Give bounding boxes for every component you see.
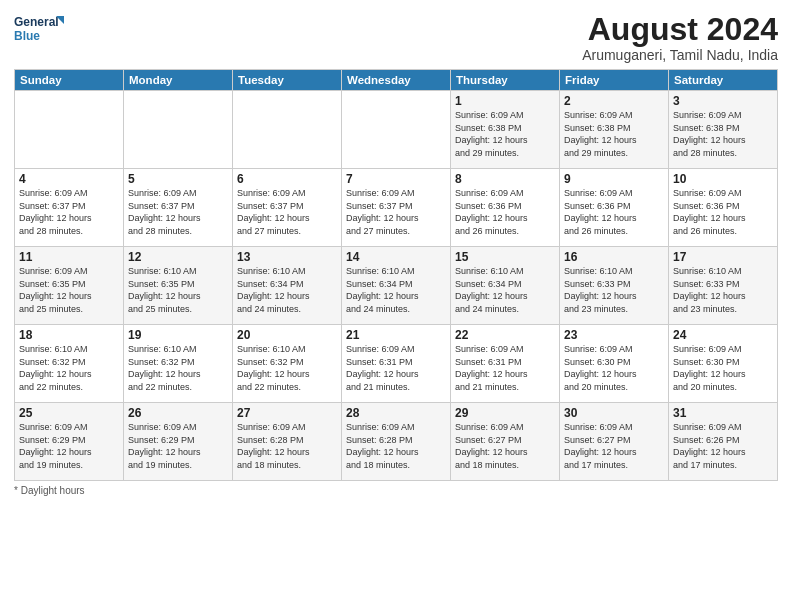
calendar-cell: 9Sunrise: 6:09 AM Sunset: 6:36 PM Daylig…: [560, 169, 669, 247]
day-info: Sunrise: 6:09 AM Sunset: 6:28 PM Dayligh…: [237, 421, 337, 471]
day-info: Sunrise: 6:10 AM Sunset: 6:34 PM Dayligh…: [455, 265, 555, 315]
calendar-cell: 11Sunrise: 6:09 AM Sunset: 6:35 PM Dayli…: [15, 247, 124, 325]
calendar-cell: 20Sunrise: 6:10 AM Sunset: 6:32 PM Dayli…: [233, 325, 342, 403]
day-info: Sunrise: 6:09 AM Sunset: 6:38 PM Dayligh…: [673, 109, 773, 159]
day-number: 10: [673, 172, 773, 186]
calendar-cell: 26Sunrise: 6:09 AM Sunset: 6:29 PM Dayli…: [124, 403, 233, 481]
calendar-week-row: 25Sunrise: 6:09 AM Sunset: 6:29 PM Dayli…: [15, 403, 778, 481]
day-number: 26: [128, 406, 228, 420]
day-number: 5: [128, 172, 228, 186]
calendar-cell: 27Sunrise: 6:09 AM Sunset: 6:28 PM Dayli…: [233, 403, 342, 481]
day-number: 17: [673, 250, 773, 264]
calendar-week-row: 11Sunrise: 6:09 AM Sunset: 6:35 PM Dayli…: [15, 247, 778, 325]
title-block: August 2024 Arumuganeri, Tamil Nadu, Ind…: [582, 12, 778, 63]
logo-svg: General Blue: [14, 12, 64, 48]
day-info: Sunrise: 6:10 AM Sunset: 6:32 PM Dayligh…: [19, 343, 119, 393]
calendar-cell: 8Sunrise: 6:09 AM Sunset: 6:36 PM Daylig…: [451, 169, 560, 247]
day-number: 16: [564, 250, 664, 264]
calendar-cell: 23Sunrise: 6:09 AM Sunset: 6:30 PM Dayli…: [560, 325, 669, 403]
day-number: 18: [19, 328, 119, 342]
calendar-cell: 6Sunrise: 6:09 AM Sunset: 6:37 PM Daylig…: [233, 169, 342, 247]
svg-text:General: General: [14, 15, 59, 29]
calendar-cell: 22Sunrise: 6:09 AM Sunset: 6:31 PM Dayli…: [451, 325, 560, 403]
calendar-cell: 31Sunrise: 6:09 AM Sunset: 6:26 PM Dayli…: [669, 403, 778, 481]
day-info: Sunrise: 6:09 AM Sunset: 6:37 PM Dayligh…: [128, 187, 228, 237]
day-info: Sunrise: 6:09 AM Sunset: 6:38 PM Dayligh…: [564, 109, 664, 159]
day-number: 4: [19, 172, 119, 186]
calendar-cell: 5Sunrise: 6:09 AM Sunset: 6:37 PM Daylig…: [124, 169, 233, 247]
col-header-wednesday: Wednesday: [342, 70, 451, 91]
day-number: 6: [237, 172, 337, 186]
calendar-cell: 29Sunrise: 6:09 AM Sunset: 6:27 PM Dayli…: [451, 403, 560, 481]
day-info: Sunrise: 6:09 AM Sunset: 6:28 PM Dayligh…: [346, 421, 446, 471]
day-info: Sunrise: 6:09 AM Sunset: 6:37 PM Dayligh…: [346, 187, 446, 237]
calendar-cell: 1Sunrise: 6:09 AM Sunset: 6:38 PM Daylig…: [451, 91, 560, 169]
day-number: 14: [346, 250, 446, 264]
day-number: 3: [673, 94, 773, 108]
logo: General Blue: [14, 12, 64, 48]
col-header-friday: Friday: [560, 70, 669, 91]
day-info: Sunrise: 6:09 AM Sunset: 6:27 PM Dayligh…: [564, 421, 664, 471]
day-number: 2: [564, 94, 664, 108]
day-number: 15: [455, 250, 555, 264]
day-info: Sunrise: 6:09 AM Sunset: 6:26 PM Dayligh…: [673, 421, 773, 471]
page-container: General Blue August 2024 Arumuganeri, Ta…: [0, 0, 792, 612]
day-info: Sunrise: 6:09 AM Sunset: 6:29 PM Dayligh…: [19, 421, 119, 471]
day-number: 27: [237, 406, 337, 420]
day-info: Sunrise: 6:09 AM Sunset: 6:36 PM Dayligh…: [564, 187, 664, 237]
calendar-cell: 10Sunrise: 6:09 AM Sunset: 6:36 PM Dayli…: [669, 169, 778, 247]
calendar-cell: [233, 91, 342, 169]
day-number: 13: [237, 250, 337, 264]
calendar-cell: 15Sunrise: 6:10 AM Sunset: 6:34 PM Dayli…: [451, 247, 560, 325]
calendar-cell: 19Sunrise: 6:10 AM Sunset: 6:32 PM Dayli…: [124, 325, 233, 403]
day-number: 7: [346, 172, 446, 186]
day-info: Sunrise: 6:09 AM Sunset: 6:31 PM Dayligh…: [455, 343, 555, 393]
day-info: Sunrise: 6:09 AM Sunset: 6:27 PM Dayligh…: [455, 421, 555, 471]
day-info: Sunrise: 6:09 AM Sunset: 6:30 PM Dayligh…: [673, 343, 773, 393]
day-info: Sunrise: 6:09 AM Sunset: 6:35 PM Dayligh…: [19, 265, 119, 315]
calendar-cell: 30Sunrise: 6:09 AM Sunset: 6:27 PM Dayli…: [560, 403, 669, 481]
day-info: Sunrise: 6:09 AM Sunset: 6:29 PM Dayligh…: [128, 421, 228, 471]
day-info: Sunrise: 6:10 AM Sunset: 6:34 PM Dayligh…: [346, 265, 446, 315]
calendar-cell: 14Sunrise: 6:10 AM Sunset: 6:34 PM Dayli…: [342, 247, 451, 325]
day-info: Sunrise: 6:10 AM Sunset: 6:34 PM Dayligh…: [237, 265, 337, 315]
footer-note: * Daylight hours: [14, 485, 778, 496]
calendar-cell: 21Sunrise: 6:09 AM Sunset: 6:31 PM Dayli…: [342, 325, 451, 403]
calendar-cell: 28Sunrise: 6:09 AM Sunset: 6:28 PM Dayli…: [342, 403, 451, 481]
day-number: 31: [673, 406, 773, 420]
calendar-header-row: SundayMondayTuesdayWednesdayThursdayFrid…: [15, 70, 778, 91]
day-number: 25: [19, 406, 119, 420]
day-info: Sunrise: 6:10 AM Sunset: 6:35 PM Dayligh…: [128, 265, 228, 315]
day-number: 24: [673, 328, 773, 342]
calendar-cell: [342, 91, 451, 169]
day-info: Sunrise: 6:10 AM Sunset: 6:32 PM Dayligh…: [237, 343, 337, 393]
day-info: Sunrise: 6:09 AM Sunset: 6:38 PM Dayligh…: [455, 109, 555, 159]
day-number: 28: [346, 406, 446, 420]
col-header-saturday: Saturday: [669, 70, 778, 91]
calendar-cell: 7Sunrise: 6:09 AM Sunset: 6:37 PM Daylig…: [342, 169, 451, 247]
day-number: 1: [455, 94, 555, 108]
calendar-week-row: 1Sunrise: 6:09 AM Sunset: 6:38 PM Daylig…: [15, 91, 778, 169]
calendar-week-row: 4Sunrise: 6:09 AM Sunset: 6:37 PM Daylig…: [15, 169, 778, 247]
day-number: 9: [564, 172, 664, 186]
calendar-cell: [124, 91, 233, 169]
day-info: Sunrise: 6:09 AM Sunset: 6:30 PM Dayligh…: [564, 343, 664, 393]
day-number: 11: [19, 250, 119, 264]
col-header-tuesday: Tuesday: [233, 70, 342, 91]
day-number: 21: [346, 328, 446, 342]
calendar-cell: 17Sunrise: 6:10 AM Sunset: 6:33 PM Dayli…: [669, 247, 778, 325]
day-number: 22: [455, 328, 555, 342]
calendar-cell: 2Sunrise: 6:09 AM Sunset: 6:38 PM Daylig…: [560, 91, 669, 169]
header: General Blue August 2024 Arumuganeri, Ta…: [14, 12, 778, 63]
day-info: Sunrise: 6:09 AM Sunset: 6:37 PM Dayligh…: [237, 187, 337, 237]
svg-text:Blue: Blue: [14, 29, 40, 43]
day-info: Sunrise: 6:09 AM Sunset: 6:36 PM Dayligh…: [673, 187, 773, 237]
day-number: 29: [455, 406, 555, 420]
day-info: Sunrise: 6:09 AM Sunset: 6:36 PM Dayligh…: [455, 187, 555, 237]
col-header-monday: Monday: [124, 70, 233, 91]
calendar-cell: [15, 91, 124, 169]
day-info: Sunrise: 6:10 AM Sunset: 6:33 PM Dayligh…: [673, 265, 773, 315]
col-header-sunday: Sunday: [15, 70, 124, 91]
day-number: 30: [564, 406, 664, 420]
calendar-cell: 3Sunrise: 6:09 AM Sunset: 6:38 PM Daylig…: [669, 91, 778, 169]
